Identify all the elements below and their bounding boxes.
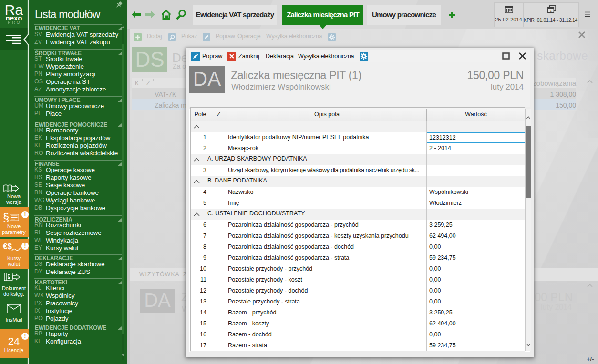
svg-text:1: 1 [550,9,552,12]
